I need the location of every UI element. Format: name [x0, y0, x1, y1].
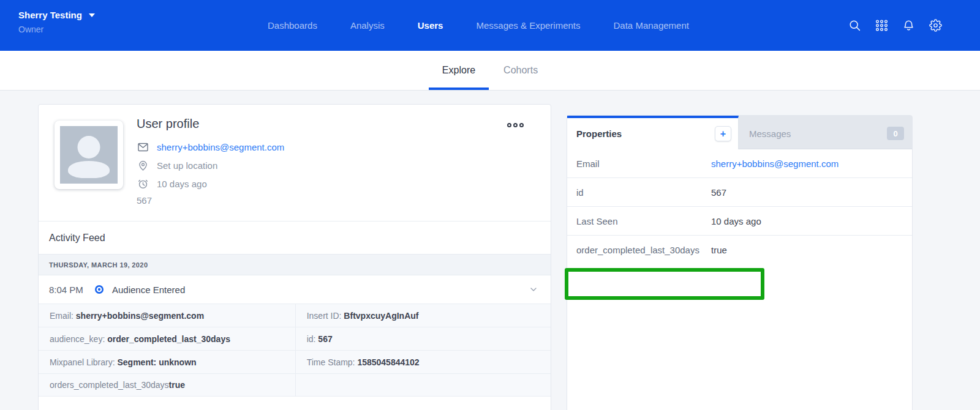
profile-title: User profile [137, 117, 284, 131]
nav-item-users[interactable]: Users [418, 20, 443, 31]
email-envelope-icon [137, 141, 149, 153]
add-property-button[interactable]: + [715, 126, 731, 141]
tab-properties[interactable]: Properties + [567, 116, 739, 149]
avatar-silhouette-shoulders [68, 161, 110, 178]
property-value-email-link[interactable]: sherry+bobbins@segment.com [711, 158, 839, 169]
properties-table: Email sherry+bobbins@segment.com id 567 … [567, 149, 912, 264]
tab-cohorts[interactable]: Cohorts [490, 51, 551, 90]
nav-item-messages-experiments[interactable]: Messages & Experiments [476, 20, 580, 31]
menu-dot-icon [513, 123, 518, 127]
property-value: 10 days ago [711, 216, 761, 226]
property-label: Last Seen [567, 216, 711, 226]
activity-date-label: THURSDAY, MARCH 19, 2020 [49, 261, 148, 269]
properties-panel-card: Properties + Messages 0 Email sherry+bob… [567, 115, 913, 410]
tab-cohorts-label: Cohorts [503, 65, 538, 76]
messages-count-badge: 0 [887, 127, 904, 140]
more-options-button[interactable] [507, 123, 524, 127]
avatar [55, 121, 123, 189]
workspace-switcher[interactable]: Sherry Testing Owner [18, 10, 95, 34]
event-name: Audience Entered [112, 285, 185, 295]
event-detail-cell: orders_completed_last_30daystrue [39, 373, 296, 397]
tab-messages[interactable]: Messages 0 [739, 116, 912, 149]
active-tab-underline [429, 88, 489, 90]
nav-item-dashboards[interactable]: Dashboards [268, 20, 317, 31]
event-detail-cell: Email: sherry+bobbins@segment.com [39, 304, 296, 327]
settings-gear-icon[interactable] [929, 19, 942, 32]
profile-last-seen-row: 10 days ago [137, 174, 284, 193]
profile-location-row: Set up location [137, 156, 284, 174]
event-time: 8:04 PM [49, 285, 87, 295]
nav-icon-group [848, 0, 942, 51]
tab-messages-label: Messages [749, 129, 791, 139]
plus-icon: + [720, 129, 726, 140]
profile-section: User profile sherry+bobbins@segment.com [39, 105, 551, 221]
workspace-role: Owner [18, 24, 95, 34]
location-pin-icon [137, 159, 149, 171]
panel-tabbar: Properties + Messages 0 [567, 116, 912, 149]
property-value: true [711, 245, 727, 255]
activity-feed-header: Activity Feed [39, 221, 551, 254]
alarm-clock-icon [137, 177, 149, 190]
nav-item-analysis[interactable]: Analysis [350, 20, 385, 31]
property-row-email: Email sherry+bobbins@segment.com [567, 149, 912, 178]
property-label: Email [567, 158, 711, 169]
activity-event-row[interactable]: 8:04 PM Audience Entered [39, 275, 551, 304]
user-profile-card: User profile sherry+bobbins@segment.com [38, 104, 551, 410]
chevron-down-icon [89, 13, 95, 17]
activity-feed-title: Activity Feed [49, 233, 105, 244]
event-detail-cell: Insert ID: BftvpxcuyAgInAuf [296, 304, 551, 327]
search-icon[interactable] [848, 19, 861, 32]
event-detail-cell: Mixpanel Library: Segment: unknown [39, 350, 296, 373]
activity-date-header: THURSDAY, MARCH 19, 2020 [39, 254, 551, 275]
activity-feed-footer-space [39, 397, 551, 410]
property-row-id: id 567 [567, 178, 912, 207]
tab-properties-label: Properties [576, 129, 622, 139]
menu-dot-icon [519, 123, 524, 127]
nav-item-data-management[interactable]: Data Management [614, 20, 689, 31]
chevron-down-icon[interactable] [529, 285, 538, 294]
profile-last-seen: 10 days ago [157, 179, 207, 189]
highlight-annotation-box [565, 268, 764, 300]
profile-email-row: sherry+bobbins@segment.com [137, 138, 284, 156]
users-section-tabbar: Explore Cohorts [0, 51, 980, 91]
top-navigation-bar: Sherry Testing Owner Dashboards Analysis… [0, 0, 980, 51]
event-detail-cell: id: 567 [296, 327, 551, 350]
profile-location-placeholder[interactable]: Set up location [157, 160, 217, 171]
property-row-order-completed: order_completed_last_30days true [567, 236, 912, 264]
tab-explore-label: Explore [442, 65, 475, 76]
property-label: order_completed_last_30days [567, 245, 711, 255]
event-details-table: Email: sherry+bobbins@segment.com Insert… [39, 304, 551, 397]
audience-entered-icon [94, 285, 104, 294]
event-detail-cell: audience_key: order_completed_last_30day… [39, 327, 296, 350]
menu-dot-icon [507, 123, 511, 127]
tab-explore[interactable]: Explore [429, 51, 489, 90]
property-label: id [567, 187, 711, 198]
notifications-bell-icon[interactable] [902, 19, 915, 32]
event-detail-cell: Time Stamp: 1585045844102 [296, 350, 551, 373]
event-detail-cell-empty [296, 373, 551, 397]
avatar-silhouette-head [78, 136, 100, 158]
main-menu: Dashboards Analysis Users Messages & Exp… [268, 0, 689, 51]
apps-grid-icon[interactable] [875, 19, 888, 32]
property-row-last-seen: Last Seen 10 days ago [567, 207, 912, 236]
profile-email-link[interactable]: sherry+bobbins@segment.com [157, 142, 284, 152]
profile-distinct-id: 567 [137, 195, 284, 206]
property-value: 567 [711, 187, 726, 198]
workspace-name[interactable]: Sherry Testing [18, 10, 82, 20]
